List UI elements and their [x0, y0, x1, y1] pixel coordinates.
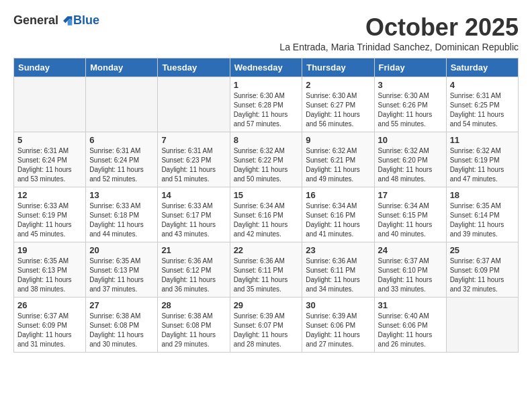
day-number: 6	[89, 135, 154, 145]
calendar-week-row: 1Sunrise: 6:30 AMSunset: 6:28 PMDaylight…	[14, 77, 519, 132]
calendar-cell: 9Sunrise: 6:32 AMSunset: 6:21 PMDaylight…	[302, 132, 374, 187]
calendar-cell: 17Sunrise: 6:34 AMSunset: 6:15 PMDayligh…	[374, 187, 446, 242]
day-number: 25	[450, 245, 515, 255]
calendar-cell	[86, 77, 158, 132]
calendar-cell: 12Sunrise: 6:33 AMSunset: 6:19 PMDayligh…	[14, 187, 86, 242]
calendar-cell: 1Sunrise: 6:30 AMSunset: 6:28 PMDaylight…	[230, 77, 302, 132]
calendar-cell: 26Sunrise: 6:37 AMSunset: 6:09 PMDayligh…	[14, 298, 86, 353]
day-info: Sunrise: 6:33 AMSunset: 6:18 PMDaylight:…	[89, 201, 154, 239]
calendar-cell: 30Sunrise: 6:39 AMSunset: 6:06 PMDayligh…	[302, 298, 374, 353]
calendar-cell: 22Sunrise: 6:36 AMSunset: 6:11 PMDayligh…	[230, 242, 302, 298]
day-info: Sunrise: 6:37 AMSunset: 6:10 PMDaylight:…	[378, 257, 443, 294]
day-number: 30	[306, 300, 370, 310]
day-number: 29	[234, 300, 299, 310]
day-info: Sunrise: 6:38 AMSunset: 6:08 PMDaylight:…	[89, 312, 154, 349]
day-info: Sunrise: 6:32 AMSunset: 6:21 PMDaylight:…	[306, 146, 370, 184]
day-info: Sunrise: 6:31 AMSunset: 6:24 PMDaylight:…	[17, 146, 82, 184]
day-info: Sunrise: 6:40 AMSunset: 6:06 PMDaylight:…	[378, 312, 443, 349]
day-number: 2	[306, 80, 370, 90]
weekday-header: Tuesday	[158, 58, 230, 77]
day-info: Sunrise: 6:32 AMSunset: 6:22 PMDaylight:…	[234, 146, 299, 184]
day-number: 9	[306, 135, 370, 145]
calendar-cell: 24Sunrise: 6:37 AMSunset: 6:10 PMDayligh…	[374, 242, 446, 298]
day-number: 17	[378, 190, 443, 200]
day-info: Sunrise: 6:34 AMSunset: 6:16 PMDaylight:…	[234, 201, 299, 239]
weekday-header: Monday	[86, 58, 158, 77]
day-number: 18	[450, 190, 515, 200]
subtitle: La Entrada, Maria Trinidad Sanchez, Domi…	[279, 42, 519, 52]
day-number: 20	[89, 245, 154, 255]
calendar-cell: 13Sunrise: 6:33 AMSunset: 6:18 PMDayligh…	[86, 187, 158, 242]
logo-icon	[60, 14, 73, 28]
page-header: General Blue October 2025 La Entrada, Ma…	[13, 13, 519, 52]
day-number: 12	[17, 190, 82, 200]
day-number: 27	[89, 300, 154, 310]
weekday-header: Wednesday	[230, 58, 302, 77]
day-info: Sunrise: 6:33 AMSunset: 6:19 PMDaylight:…	[17, 201, 82, 239]
day-number: 28	[161, 300, 226, 310]
day-number: 1	[234, 80, 299, 90]
calendar-cell: 27Sunrise: 6:38 AMSunset: 6:08 PMDayligh…	[86, 298, 158, 353]
logo-general-text: General	[13, 13, 58, 28]
logo: General Blue	[13, 13, 99, 28]
day-number: 7	[161, 135, 226, 145]
calendar-cell: 7Sunrise: 6:31 AMSunset: 6:23 PMDaylight…	[158, 132, 230, 187]
day-number: 31	[378, 300, 443, 310]
day-info: Sunrise: 6:31 AMSunset: 6:23 PMDaylight:…	[161, 146, 226, 184]
day-number: 15	[234, 190, 299, 200]
calendar-week-row: 5Sunrise: 6:31 AMSunset: 6:24 PMDaylight…	[14, 132, 519, 187]
calendar-week-row: 12Sunrise: 6:33 AMSunset: 6:19 PMDayligh…	[14, 187, 519, 242]
calendar-cell: 29Sunrise: 6:39 AMSunset: 6:07 PMDayligh…	[230, 298, 302, 353]
day-number: 23	[306, 245, 370, 255]
day-info: Sunrise: 6:35 AMSunset: 6:13 PMDaylight:…	[17, 257, 82, 294]
day-number: 10	[378, 135, 443, 145]
day-info: Sunrise: 6:36 AMSunset: 6:11 PMDaylight:…	[306, 257, 370, 294]
day-info: Sunrise: 6:33 AMSunset: 6:17 PMDaylight:…	[161, 201, 226, 239]
calendar-cell: 19Sunrise: 6:35 AMSunset: 6:13 PMDayligh…	[14, 242, 86, 298]
calendar-cell: 4Sunrise: 6:31 AMSunset: 6:25 PMDaylight…	[446, 77, 518, 132]
calendar-week-row: 19Sunrise: 6:35 AMSunset: 6:13 PMDayligh…	[14, 242, 519, 298]
day-number: 8	[234, 135, 299, 145]
calendar-cell: 10Sunrise: 6:32 AMSunset: 6:20 PMDayligh…	[374, 132, 446, 187]
day-info: Sunrise: 6:34 AMSunset: 6:15 PMDaylight:…	[378, 201, 443, 239]
day-number: 5	[17, 135, 82, 145]
day-info: Sunrise: 6:39 AMSunset: 6:07 PMDaylight:…	[234, 312, 299, 349]
day-info: Sunrise: 6:37 AMSunset: 6:09 PMDaylight:…	[450, 257, 515, 294]
day-number: 24	[378, 245, 443, 255]
title-section: October 2025 La Entrada, Maria Trinidad …	[279, 13, 519, 52]
day-number: 11	[450, 135, 515, 145]
weekday-header: Thursday	[302, 58, 374, 77]
day-number: 13	[89, 190, 154, 200]
calendar-week-row: 26Sunrise: 6:37 AMSunset: 6:09 PMDayligh…	[14, 298, 519, 353]
calendar-cell: 25Sunrise: 6:37 AMSunset: 6:09 PMDayligh…	[446, 242, 518, 298]
day-info: Sunrise: 6:30 AMSunset: 6:28 PMDaylight:…	[234, 91, 299, 129]
calendar-cell	[446, 298, 518, 353]
day-info: Sunrise: 6:35 AMSunset: 6:14 PMDaylight:…	[450, 201, 515, 239]
weekday-header-row: SundayMondayTuesdayWednesdayThursdayFrid…	[14, 58, 519, 77]
day-info: Sunrise: 6:39 AMSunset: 6:06 PMDaylight:…	[306, 312, 370, 349]
calendar-cell: 21Sunrise: 6:36 AMSunset: 6:12 PMDayligh…	[158, 242, 230, 298]
weekday-header: Friday	[374, 58, 446, 77]
calendar-cell: 5Sunrise: 6:31 AMSunset: 6:24 PMDaylight…	[14, 132, 86, 187]
logo-blue-text: Blue	[73, 13, 99, 28]
month-title: October 2025	[279, 13, 519, 42]
day-info: Sunrise: 6:38 AMSunset: 6:08 PMDaylight:…	[161, 312, 226, 349]
day-number: 14	[161, 190, 226, 200]
day-info: Sunrise: 6:36 AMSunset: 6:12 PMDaylight:…	[161, 257, 226, 294]
calendar-cell: 15Sunrise: 6:34 AMSunset: 6:16 PMDayligh…	[230, 187, 302, 242]
calendar-cell: 20Sunrise: 6:35 AMSunset: 6:13 PMDayligh…	[86, 242, 158, 298]
day-number: 16	[306, 190, 370, 200]
calendar-table: SundayMondayTuesdayWednesdayThursdayFrid…	[13, 58, 519, 353]
calendar-cell: 18Sunrise: 6:35 AMSunset: 6:14 PMDayligh…	[446, 187, 518, 242]
calendar-cell: 28Sunrise: 6:38 AMSunset: 6:08 PMDayligh…	[158, 298, 230, 353]
day-number: 3	[378, 80, 443, 90]
calendar-cell: 31Sunrise: 6:40 AMSunset: 6:06 PMDayligh…	[374, 298, 446, 353]
calendar-cell: 16Sunrise: 6:34 AMSunset: 6:16 PMDayligh…	[302, 187, 374, 242]
calendar-cell: 2Sunrise: 6:30 AMSunset: 6:27 PMDaylight…	[302, 77, 374, 132]
calendar-cell: 6Sunrise: 6:31 AMSunset: 6:24 PMDaylight…	[86, 132, 158, 187]
day-info: Sunrise: 6:32 AMSunset: 6:20 PMDaylight:…	[378, 146, 443, 184]
calendar-cell: 8Sunrise: 6:32 AMSunset: 6:22 PMDaylight…	[230, 132, 302, 187]
day-info: Sunrise: 6:31 AMSunset: 6:24 PMDaylight:…	[89, 146, 154, 184]
day-number: 26	[17, 300, 82, 310]
day-number: 4	[450, 80, 515, 90]
